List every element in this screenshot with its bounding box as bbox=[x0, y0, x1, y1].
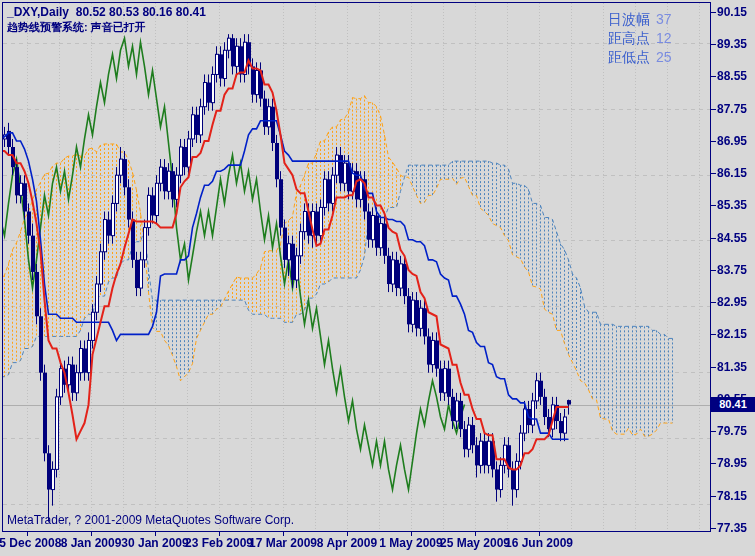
price-axis-label: 88.55 bbox=[717, 69, 747, 83]
metatrader-chart-window: _DXY,Daily 80.52 80.53 80.16 80.41 趋势线预警… bbox=[0, 0, 755, 556]
time-axis-tick bbox=[91, 532, 92, 536]
price-axis-tick bbox=[711, 302, 716, 303]
daily-range-value: 37 bbox=[656, 11, 672, 27]
time-axis-tick bbox=[475, 532, 476, 536]
candlestick-chart-canvas[interactable] bbox=[3, 3, 710, 531]
price-axis-tick bbox=[711, 431, 716, 432]
price-axis-tick bbox=[711, 76, 716, 77]
price-axis-tick bbox=[711, 12, 716, 13]
price-axis-tick bbox=[711, 496, 716, 497]
time-axis-label: 23 Feb 2009 bbox=[185, 536, 253, 550]
price-axis-label: 84.55 bbox=[717, 231, 747, 245]
price-axis-tick bbox=[711, 44, 716, 45]
chart-title: _DXY,Daily 80.52 80.53 80.16 80.41 bbox=[7, 5, 206, 19]
price-axis-tick bbox=[711, 109, 716, 110]
price-axis-tick bbox=[711, 173, 716, 174]
price-axis-label: 90.15 bbox=[717, 5, 747, 19]
time-axis-label: 16 Jun 2009 bbox=[505, 536, 573, 550]
price-axis-label: 85.35 bbox=[717, 198, 747, 212]
time-axis-label: 30 Jan 2009 bbox=[121, 536, 188, 550]
price-axis-label: 82.15 bbox=[717, 327, 747, 341]
price-axis-label: 83.75 bbox=[717, 263, 747, 277]
dist-high-label: 距高点 bbox=[608, 30, 650, 46]
price-axis-label: 86.95 bbox=[717, 134, 747, 148]
price-axis-label: 79.75 bbox=[717, 424, 747, 438]
watermark: MetaTrader, ? 2001-2009 MetaQuotes Softw… bbox=[7, 513, 294, 527]
time-axis-tick bbox=[539, 532, 540, 536]
price-axis-tick bbox=[711, 270, 716, 271]
dist-low-label: 距低点 bbox=[608, 49, 650, 65]
info-panel: 日波幅37 距高点12 距低点25 bbox=[608, 10, 672, 67]
price-axis-label: 87.75 bbox=[717, 102, 747, 116]
time-axis-label: 15 Dec 2008 bbox=[0, 536, 61, 550]
dist-low-value: 25 bbox=[656, 49, 672, 65]
price-axis-label: 82.95 bbox=[717, 295, 747, 309]
price-axis-tick bbox=[711, 205, 716, 206]
trend-alert-status: 趋势线预警系统: 声音已打开 bbox=[7, 20, 146, 35]
time-axis-label: 17 Mar 2009 bbox=[249, 536, 317, 550]
time-axis-tick bbox=[155, 532, 156, 536]
price-axis-tick bbox=[711, 367, 716, 368]
price-axis-tick bbox=[711, 141, 716, 142]
chart-area[interactable]: _DXY,Daily 80.52 80.53 80.16 80.41 趋势线预警… bbox=[2, 2, 711, 532]
time-axis-tick bbox=[283, 532, 284, 536]
time-axis-tick bbox=[27, 532, 28, 536]
price-axis-label: 89.35 bbox=[717, 37, 747, 51]
daily-range-row: 日波幅37 bbox=[608, 10, 672, 29]
time-axis-label: 8 Apr 2009 bbox=[317, 536, 377, 550]
price-axis-label: 77.35 bbox=[717, 521, 747, 535]
time-axis-tick bbox=[347, 532, 348, 536]
price-axis-tick bbox=[711, 334, 716, 335]
price-axis-tick bbox=[711, 528, 716, 529]
current-price-box: 80.41 bbox=[711, 397, 755, 412]
daily-range-label: 日波幅 bbox=[608, 11, 650, 27]
price-axis-label: 81.35 bbox=[717, 360, 747, 374]
price-axis-tick bbox=[711, 238, 716, 239]
price-axis-label: 86.15 bbox=[717, 166, 747, 180]
time-axis-tick bbox=[219, 532, 220, 536]
price-axis-tick bbox=[711, 463, 716, 464]
dist-low-row: 距低点25 bbox=[608, 48, 672, 67]
time-axis-label: 8 Jan 2009 bbox=[61, 536, 122, 550]
time-axis-label: 1 May 2009 bbox=[379, 536, 442, 550]
dist-high-value: 12 bbox=[656, 30, 672, 46]
price-axis-label: 78.15 bbox=[717, 489, 747, 503]
time-axis-label: 25 May 2009 bbox=[440, 536, 510, 550]
dist-high-row: 距高点12 bbox=[608, 29, 672, 48]
price-axis-label: 78.95 bbox=[717, 456, 747, 470]
time-axis-tick bbox=[411, 532, 412, 536]
